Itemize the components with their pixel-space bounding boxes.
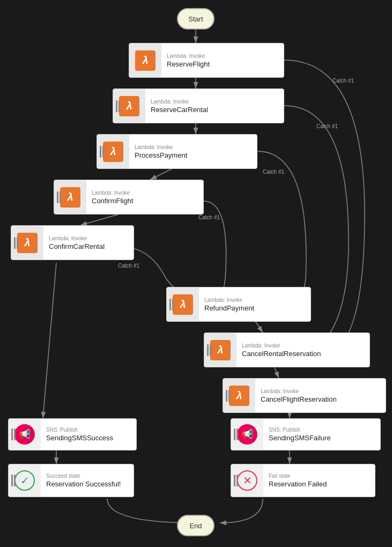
end-label: End [189, 522, 202, 530]
refund-payment-label: RefundPayment [204, 304, 254, 312]
succeed-state-node: ✓ Succeed state Reservation Successful! [8, 464, 134, 497]
catch-label-5: Catch #1 [118, 263, 139, 269]
cancel-rental-node: λ Lambda: Invoke CancelRentalReservation [204, 332, 370, 367]
svg-line-5 [80, 215, 118, 225]
sms-success-sublabel: SNS: Publish [46, 427, 113, 433]
start-label: Start [188, 15, 203, 23]
catch-label-2: Catch #1 [316, 123, 338, 129]
cancel-flight-node: λ Lambda: Invoke CancelFlightReservation [223, 378, 386, 413]
reserve-car-node: λ Lambda: Invoke ReserveCarRental [113, 88, 284, 123]
confirm-car-label: ConfirmCarRental [49, 242, 105, 250]
process-payment-label: ProcessPayment [135, 151, 187, 159]
cancel-flight-label: CancelFlightReservation [261, 395, 337, 403]
svg-line-6 [43, 263, 56, 418]
process-payment-sublabel: Lambda: Invoke [135, 144, 187, 150]
start-node: Start [177, 8, 215, 29]
cancel-flight-sublabel: Lambda: Invoke [261, 388, 337, 394]
fail-state-node: ✕ Fail state Reservation Failed [231, 464, 375, 497]
cancel-rental-sublabel: Lambda: Invoke [242, 343, 321, 349]
reserve-flight-sublabel: Lambda: Invoke [167, 53, 210, 59]
sms-success-node: 📢 SNS: Publish SendingSMSSuccess [8, 418, 137, 450]
catch-label-4: Catch #1 [198, 215, 220, 220]
confirm-flight-label: ConfirmFlight [92, 197, 133, 205]
reserve-car-label: ReserveCarRental [151, 106, 208, 114]
catch-label-3: Catch #1 [263, 169, 284, 175]
cancel-rental-label: CancelRentalReservation [242, 350, 321, 358]
succeed-state-sublabel: Succeed state [46, 473, 121, 479]
sms-failure-node: 📢 SNS: Publish SendingSMSFailure [231, 418, 381, 450]
confirm-flight-node: λ Lambda: Invoke ConfirmFlight [54, 180, 204, 215]
reserve-car-sublabel: Lambda: Invoke [151, 99, 208, 105]
svg-line-4 [150, 169, 172, 180]
sms-failure-label: SendingSMSFailure [269, 434, 331, 442]
succeed-state-label: Reservation Successful! [46, 480, 121, 488]
confirm-flight-sublabel: Lambda: Invoke [92, 190, 133, 196]
reserve-flight-label: ReserveFlight [167, 60, 210, 68]
confirm-car-node: λ Lambda: Invoke ConfirmCarRental [11, 225, 134, 260]
confirm-car-sublabel: Lambda: Invoke [49, 235, 105, 241]
refund-payment-node: λ Lambda: Invoke RefundPayment [166, 287, 311, 322]
fail-state-label: Reservation Failed [269, 480, 327, 488]
process-payment-node: λ Lambda: Invoke ProcessPayment [97, 134, 257, 169]
end-node: End [177, 515, 215, 536]
sms-success-label: SendingSMSSuccess [46, 434, 113, 442]
refund-payment-sublabel: Lambda: Invoke [204, 297, 254, 303]
sms-failure-sublabel: SNS: Publish [269, 427, 331, 433]
catch-label-1: Catch #1 [332, 78, 354, 84]
fail-state-sublabel: Fail state [269, 473, 327, 479]
reserve-flight-node: λ Lambda: Invoke ReserveFlight [129, 43, 284, 78]
